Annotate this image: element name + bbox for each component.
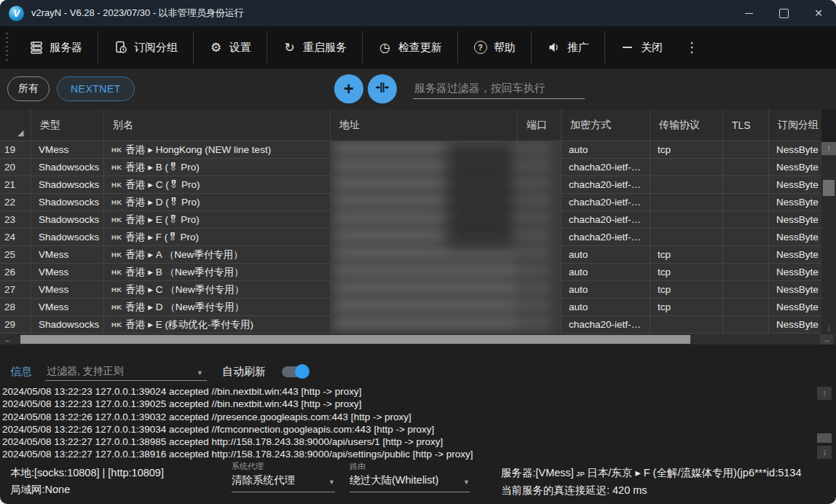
auto-refresh-toggle[interactable]	[282, 366, 308, 377]
alias-text: 香港 ▸ E (移动优化-季付专用)	[126, 318, 254, 331]
menu-servers[interactable]: 服务器	[14, 31, 98, 63]
cell-security: chacha20-ietf-…	[561, 211, 650, 228]
routing-value: 绕过大陆(Whitelist)	[350, 473, 438, 487]
cell-security: chacha20-ietf-…	[561, 229, 650, 245]
menu-help[interactable]: ? 帮助	[458, 31, 531, 63]
header-tls[interactable]: TLS	[722, 109, 768, 141]
scroll-down-button[interactable]: ↓	[821, 321, 836, 334]
cell-security: auto	[561, 281, 650, 298]
auto-refresh-label: 自动刷新	[222, 365, 266, 379]
log-scroll-down-button[interactable]: ↓	[817, 446, 832, 459]
country-tag: HK	[111, 216, 122, 224]
menu-restart-service[interactable]: ↻ 重启服务	[267, 31, 362, 63]
menu-settings-label: 设置	[229, 41, 251, 55]
cell-security: chacha20-ietf-…	[561, 194, 650, 210]
menu-close[interactable]: 关闭	[605, 31, 678, 63]
column-adjust-button[interactable]	[368, 74, 397, 103]
cell-type: Shadowsocks	[31, 316, 103, 333]
server-prefix: 服务器:[VMess]	[501, 467, 574, 479]
latency-text: 当前服务的真连接延迟: 420 ms	[501, 482, 836, 499]
cell-alias: HK香港 ▸ D （New季付专用）	[103, 299, 330, 315]
routing-label: 路由	[350, 461, 470, 472]
close-button[interactable]: ✕	[801, 0, 836, 26]
close-icon: ✕	[814, 7, 823, 19]
alias-text: 香港 ▸ C (🎖 Pro)	[126, 178, 200, 192]
routing-select[interactable]: 路由 绕过大陆(Whitelist) ▼	[350, 461, 470, 492]
log-scroll-up-button[interactable]: ↑	[817, 387, 832, 400]
log-filter-input[interactable]	[45, 363, 207, 381]
log-scroll-thumb[interactable]	[817, 433, 832, 443]
header-select-all[interactable]: ◢	[0, 109, 31, 141]
cell-transport	[650, 316, 722, 333]
app-logo-letter: V	[13, 8, 20, 19]
scroll-up-button[interactable]: ↑	[821, 142, 836, 155]
alias-text: 香港 ▸ D （New季付专用）	[126, 301, 245, 314]
header-address[interactable]: 地址	[330, 109, 517, 141]
vertical-scroll-thumb[interactable]	[823, 180, 835, 196]
horizontal-scroll-thumb[interactable]	[20, 335, 690, 344]
alias-text: 香港 ▸ F (🎖 Pro)	[126, 231, 200, 244]
scroll-left-button[interactable]: ←	[1, 334, 15, 344]
cell-row-number: 26	[0, 264, 31, 280]
minimize-button[interactable]	[731, 0, 766, 26]
menu-subscriptions[interactable]: 订阅分组	[98, 31, 193, 63]
header-subscription[interactable]: 订阅分组	[768, 109, 821, 141]
cell-alias: HK香港 ▸ E (🎖 Pro)	[103, 211, 330, 228]
table-horizontal-scrollbar[interactable]: ← →	[0, 334, 836, 344]
cell-tls	[722, 316, 768, 333]
menu-promotion[interactable]: 推广	[532, 31, 604, 63]
cell-type: Shadowsocks	[31, 229, 103, 245]
country-tag: HK	[111, 320, 122, 328]
country-tag: HK	[111, 286, 122, 294]
toolbar-overflow-button[interactable]: ⋮	[678, 39, 706, 55]
cell-security: auto	[561, 299, 650, 315]
blurred-address-region	[330, 141, 561, 334]
header-type[interactable]: 类型	[31, 109, 103, 141]
system-proxy-value: 清除系统代理	[232, 473, 295, 487]
cell-transport	[650, 211, 722, 228]
table-vertical-scrollbar[interactable]: ↑ ↓	[821, 142, 836, 334]
cell-row-number: 25	[0, 246, 31, 263]
header-transport[interactable]: 传输协议	[650, 109, 722, 141]
system-proxy-select[interactable]: 系统代理 清除系统代理 ▼	[232, 461, 335, 492]
log-viewer[interactable]: 2024/05/08 13:22:23 127.0.0.1:39024 acce…	[0, 385, 818, 460]
local-listen-info: 本地:[socks:10808] | [http:10809] 局域网:None	[10, 465, 164, 498]
cell-subscription: NessByte	[768, 316, 821, 333]
log-line: 2024/05/08 13:22:26 127.0.0.1:39034 acce…	[2, 423, 818, 436]
header-alias[interactable]: 别名	[103, 109, 330, 141]
cell-row-number: 19	[0, 141, 31, 158]
maximize-icon	[779, 9, 789, 18]
servers-icon	[29, 41, 43, 55]
cell-transport: tcp	[650, 246, 722, 263]
header-security[interactable]: 加密方式	[561, 109, 650, 141]
server-filter-input[interactable]	[413, 79, 585, 99]
menu-check-update-label: 检查更新	[398, 41, 442, 55]
cell-type: VMess	[31, 281, 103, 298]
menu-restart-label: 重启服务	[303, 41, 347, 55]
header-port[interactable]: 端口	[517, 109, 561, 141]
add-server-button[interactable]: +	[334, 74, 363, 103]
cell-row-number: 28	[0, 299, 31, 315]
system-proxy-label: 系统代理	[232, 461, 335, 472]
scroll-right-button[interactable]: →	[820, 334, 833, 344]
cell-type: VMess	[31, 264, 103, 280]
active-server-info: 服务器:[VMess]JP日本/东京 ▸ F (全解/流媒体专用)(jp6***…	[501, 465, 836, 499]
maximize-button[interactable]	[766, 0, 801, 26]
cell-subscription: NessByte	[768, 299, 821, 315]
menu-check-update[interactable]: ◷ 检查更新	[363, 31, 457, 63]
window-controls: ✕	[731, 0, 836, 26]
log-vertical-scrollbar[interactable]: ↑ ↓	[817, 387, 832, 459]
system-proxy-dropdown-icon: ▼	[328, 479, 335, 486]
log-line: 2024/05/08 13:22:23 127.0.0.1:39024 acce…	[2, 385, 818, 398]
cell-alias: HK香港 ▸ E (移动优化-季付专用)	[103, 316, 330, 333]
cell-type: Shadowsocks	[31, 194, 103, 210]
log-filter-dropdown-icon[interactable]: ▼	[197, 369, 203, 377]
country-tag: HK	[111, 268, 122, 276]
main-toolbar: 服务器 订阅分组 ⚙ 设置 ↻ 重启服务 ◷ 检查更新 ? 帮助	[0, 26, 836, 68]
country-tag: HK	[111, 233, 122, 241]
server-region-tag: JP	[576, 470, 585, 478]
app-window: V v2rayN - V6.28 - 2023/07/30 - 以非管理员身份运…	[0, 0, 836, 504]
tab-group-nextnet[interactable]: NEXTNET	[57, 76, 135, 101]
tab-all-groups[interactable]: 所有	[7, 76, 50, 101]
menu-settings[interactable]: ⚙ 设置	[194, 31, 267, 63]
